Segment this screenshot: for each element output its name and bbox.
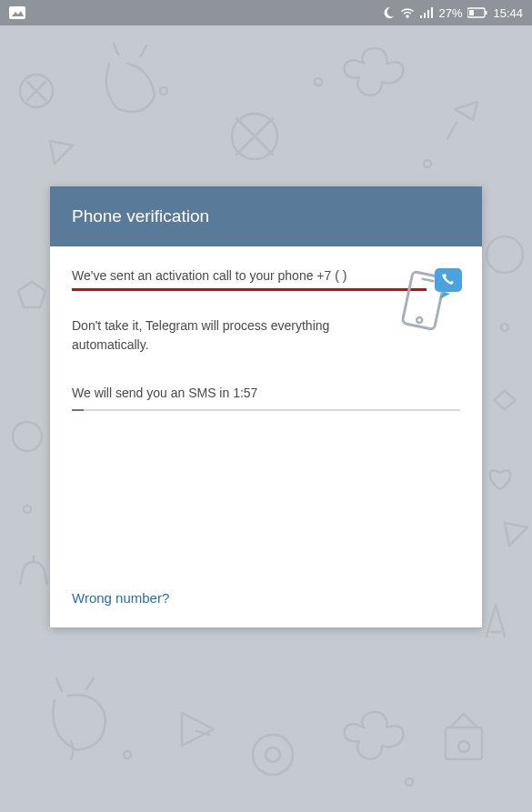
svg-rect-20 — [486, 11, 487, 15]
svg-rect-16 — [424, 13, 426, 18]
svg-point-5 — [266, 747, 280, 762]
svg-point-0 — [20, 75, 53, 107]
countdown-progress — [72, 409, 460, 411]
svg-point-9 — [424, 160, 431, 167]
card-title: Phone verification — [50, 186, 482, 246]
svg-point-7 — [160, 87, 167, 95]
status-bar: 27% 15:44 — [0, 0, 532, 25]
svg-rect-25 — [435, 268, 462, 292]
sms-countdown-message: We will send you an SMS in 1:57 — [72, 386, 460, 400]
battery-icon — [467, 7, 487, 18]
verification-card: Phone verification We've sent an activat… — [50, 186, 482, 627]
wifi-icon — [400, 7, 415, 18]
svg-point-13 — [406, 778, 413, 786]
svg-rect-21 — [469, 10, 474, 15]
clock-label: 15:44 — [493, 6, 523, 20]
auto-process-message: Don't take it, Telegram will process eve… — [72, 316, 363, 355]
svg-point-2 — [487, 236, 523, 273]
svg-rect-14 — [9, 6, 25, 19]
signal-icon — [420, 7, 433, 18]
picture-icon — [9, 6, 25, 19]
svg-line-23 — [423, 279, 434, 281]
svg-rect-17 — [427, 10, 429, 18]
svg-point-11 — [501, 324, 508, 331]
svg-point-4 — [253, 735, 293, 775]
svg-point-8 — [315, 78, 322, 85]
highlight-underline — [72, 288, 427, 291]
battery-pct-label: 27% — [438, 6, 462, 20]
svg-point-24 — [417, 316, 423, 323]
svg-rect-6 — [446, 727, 482, 759]
svg-point-10 — [24, 506, 31, 513]
svg-rect-15 — [420, 15, 422, 18]
phone-call-icon — [395, 265, 466, 339]
svg-point-12 — [124, 751, 131, 758]
moon-icon — [382, 6, 395, 19]
svg-point-1 — [232, 114, 277, 159]
svg-rect-18 — [431, 7, 433, 18]
wrong-number-link[interactable]: Wrong number? — [72, 590, 169, 606]
svg-point-3 — [13, 422, 42, 451]
